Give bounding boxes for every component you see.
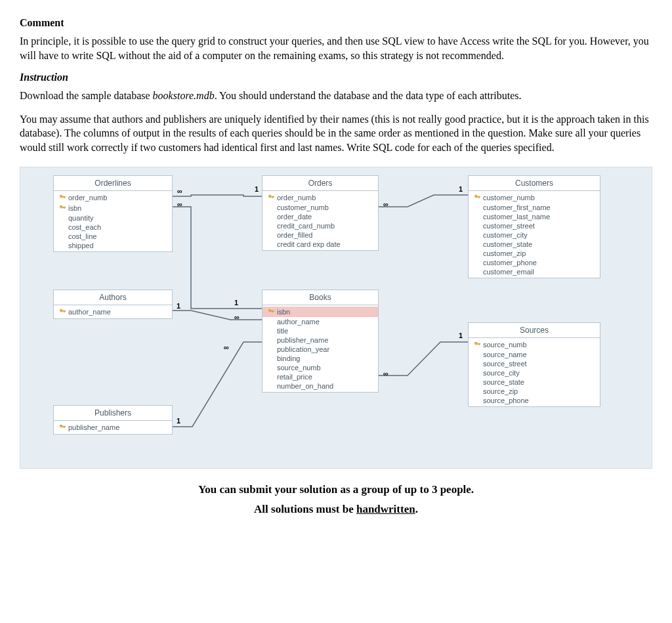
key-icon [266, 193, 276, 202]
field-name: publisher_name [277, 336, 328, 344]
field-name: credit card exp date [277, 240, 341, 248]
field-name: source_state [483, 378, 524, 386]
table-fields: author_name [54, 305, 172, 318]
table-fields: order_numbisbnquantitycost_eachcost_line… [54, 191, 172, 251]
cardinality-one: 1 [459, 185, 463, 193]
paragraph-instruction-2: You may assume that authors and publishe… [20, 112, 652, 155]
field-row: customer_phone [469, 258, 600, 267]
field-name: number_on_hand [277, 382, 333, 390]
field-row: credit card exp date [262, 240, 378, 249]
field-name: customer_city [483, 231, 528, 239]
field-row: source_street [469, 359, 600, 368]
cardinality-many: ∞ [383, 200, 388, 208]
field-row: source_zip [469, 387, 600, 396]
cardinality-one: 1 [234, 299, 238, 307]
field-row: retail_price [262, 372, 378, 381]
field-row: order_date [262, 212, 378, 221]
table-orderlines: Orderlines order_numbisbnquantitycost_ea… [53, 175, 173, 252]
field-name: author_name [277, 318, 320, 326]
field-name: customer_email [483, 268, 534, 276]
field-row: customer_street [469, 221, 600, 230]
handwritten-word: handwritten [356, 503, 415, 515]
field-name: shipped [68, 242, 94, 249]
field-row: order_numb [54, 192, 172, 203]
field-row: credit_card_numb [262, 221, 378, 230]
cardinality-many: ∞ [224, 343, 229, 351]
field-row: source_name [469, 350, 600, 359]
field-name: author_name [68, 308, 111, 316]
table-fields: customer_numbcustomer_first_namecustomer… [469, 191, 600, 278]
field-row: publication_year [262, 345, 378, 354]
field-row: author_name [262, 317, 378, 326]
field-name: source_numb [277, 364, 321, 372]
paragraph-comment: In principle, it is possible to use the … [20, 34, 652, 62]
table-title: Authors [54, 290, 172, 305]
footer-line-1: You can submit your solution as a group … [20, 483, 652, 496]
table-title: Customers [469, 176, 600, 191]
key-icon [266, 307, 276, 316]
table-title: Publishers [54, 406, 172, 421]
field-row: author_name [54, 307, 172, 317]
field-name: title [277, 327, 288, 335]
key-icon [58, 204, 67, 213]
field-name: customer_state [483, 240, 532, 248]
field-row: customer_last_name [469, 212, 600, 221]
field-name: publisher_name [68, 423, 119, 431]
heading-comment: Comment [20, 17, 652, 29]
field-name: quantity [68, 214, 94, 222]
key-icon [58, 307, 67, 316]
cardinality-one: 1 [177, 417, 180, 425]
key-icon [474, 341, 481, 348]
field-row: source_phone [469, 396, 600, 405]
field-name: customer_numb [483, 194, 535, 202]
field-row: source_state [469, 377, 600, 387]
field-row: shipped [54, 241, 172, 250]
table-title: Orderlines [54, 176, 172, 191]
field-row: source_numb [469, 339, 600, 350]
field-row: publisher_name [54, 422, 172, 433]
field-row: quantity [54, 213, 172, 223]
table-fields: isbnauthor_nametitlepublisher_namepublic… [262, 305, 378, 392]
cardinality-one: 1 [177, 302, 180, 310]
field-row: customer_zip [469, 249, 600, 258]
field-row: customer_numb [262, 203, 378, 212]
field-row: title [262, 326, 378, 335]
cardinality-one: 1 [255, 185, 259, 193]
key-icon [472, 340, 482, 349]
field-name: source_street [483, 360, 527, 368]
field-name: binding [277, 354, 300, 362]
table-customers: Customers customer_numbcustomer_first_na… [468, 175, 600, 278]
field-name: customer_zip [483, 249, 526, 257]
key-icon [59, 423, 66, 431]
field-name: cost_each [68, 223, 101, 231]
cardinality-many: ∞ [383, 370, 388, 377]
key-icon [268, 308, 275, 315]
field-row: order_numb [262, 192, 378, 203]
field-name: customer_phone [483, 259, 537, 267]
field-row: cost_each [54, 223, 172, 232]
field-name: isbn [277, 308, 290, 316]
field-row: customer_email [469, 267, 600, 276]
field-row: customer_state [469, 240, 600, 249]
cardinality-many: ∞ [177, 187, 182, 195]
field-row: binding [262, 354, 378, 363]
key-icon [474, 194, 481, 201]
table-fields: order_numbcustomer_numborder_datecredit_… [262, 191, 378, 250]
table-title: Orders [262, 176, 378, 191]
field-row: customer_numb [469, 192, 600, 203]
table-orders: Orders order_numbcustomer_numborder_date… [262, 175, 379, 251]
heading-instruction: Instruction [20, 72, 652, 83]
field-row: source_numb [262, 363, 378, 372]
key-icon [59, 204, 66, 211]
field-name: cost_line [68, 232, 96, 240]
table-books: Books isbnauthor_nametitlepublisher_name… [262, 290, 379, 393]
field-name: customer_street [483, 222, 535, 230]
footer-line-2: All solutions must be handwritten. [20, 503, 652, 516]
er-diagram: ∞ 1 ∞ 1 ∞ 1 1 ∞ 1 ∞ ∞ 1 Orderlines order… [20, 167, 652, 469]
key-icon [58, 193, 67, 202]
field-row: number_on_hand [262, 381, 378, 391]
field-name: source_zip [483, 387, 518, 395]
field-name: customer_numb [277, 204, 329, 211]
field-row: source_city [469, 368, 600, 377]
db-filename: bookstore.mdb [153, 90, 215, 101]
